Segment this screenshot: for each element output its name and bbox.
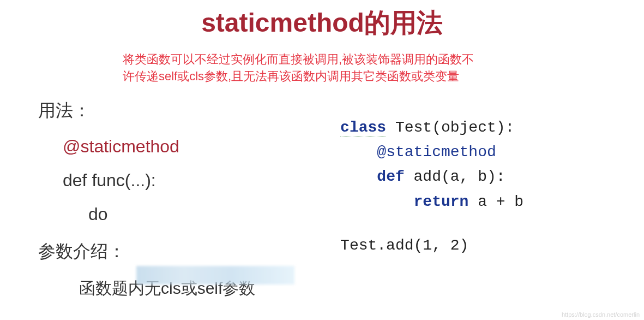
code-block: class Test(object): @staticmethod def ad… xyxy=(340,115,644,214)
description-line-1: 将类函数可以不经过实例化而直接被调用,被该装饰器调用的函数不 xyxy=(123,51,644,68)
usage-do: do xyxy=(88,204,335,224)
description-block: 将类函数可以不经过实例化而直接被调用,被该装饰器调用的函数不 许传递self或c… xyxy=(123,51,644,85)
call-suffix: ) xyxy=(460,237,469,254)
page-title: staticmethod的用法 xyxy=(0,5,644,40)
keyword-return: return xyxy=(414,193,469,210)
usage-def: def func(...): xyxy=(63,170,335,191)
usage-label: 用法： xyxy=(38,99,335,123)
right-column: class Test(object): @staticmethod def ad… xyxy=(335,91,644,300)
keyword-def: def xyxy=(377,168,404,185)
class-name-text: Test(object): xyxy=(386,119,514,136)
arg1: 1 xyxy=(423,237,432,254)
code-call: Test.add(1, 2) xyxy=(340,237,644,254)
keyword-class: class xyxy=(340,119,386,137)
usage-decorator: @staticmethod xyxy=(63,137,335,157)
return-rest: a + b xyxy=(468,193,523,210)
def-rest: add(a, b): xyxy=(405,168,505,185)
arg2: 2 xyxy=(450,237,460,254)
param-label: 参数介绍： xyxy=(38,240,335,264)
description-line-2: 许传递self或cls参数,且无法再该函数内调用其它类函数或类变量 xyxy=(123,68,644,85)
content-wrapper: 用法： @staticmethod def func(...): do 参数介绍… xyxy=(0,91,644,300)
watermark: https://blog.csdn.net/comerlin xyxy=(562,311,640,318)
redacted-blur xyxy=(136,266,294,285)
call-prefix: Test.add( xyxy=(340,237,423,254)
code-decorator: @staticmethod xyxy=(377,144,496,161)
arg-sep: , xyxy=(432,237,450,254)
